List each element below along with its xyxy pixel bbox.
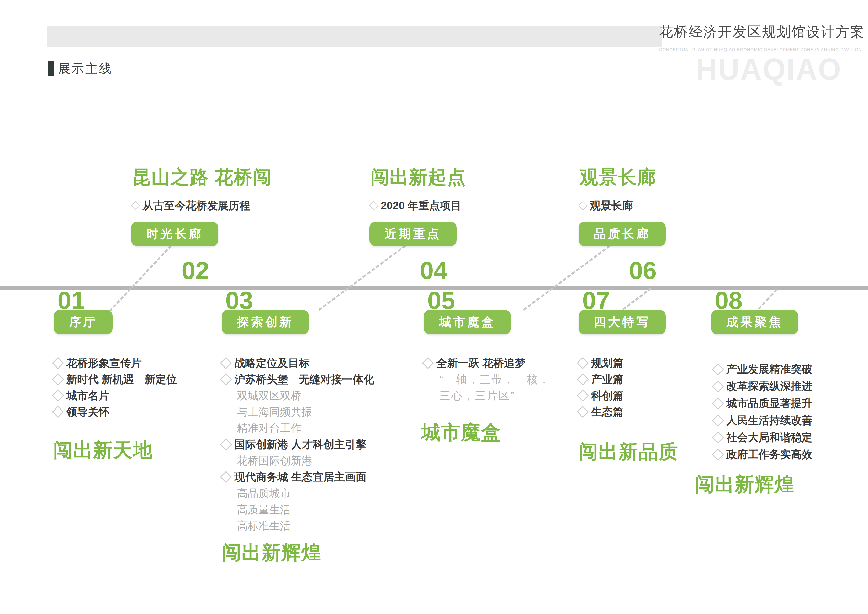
- station-subtitle: 观景长廊: [580, 199, 633, 213]
- list-item: 城市名片: [54, 387, 177, 404]
- station-02: 昆山之路 花桥闯 从古至今花桥发展历程 时光长廊 02: [131, 157, 299, 289]
- station-pill: 序厅: [54, 310, 113, 334]
- station-pill: 近期重点: [369, 222, 457, 246]
- section-marker-bar: [48, 61, 54, 76]
- list-item: 现代商务城 生态宜居主画面: [222, 469, 374, 485]
- diamond-bullet-icon: [712, 432, 724, 443]
- station-list: 规划篇 产业篇 科创篇 生态篇: [578, 355, 623, 420]
- diamond-bullet-icon: [712, 398, 724, 409]
- list-quote-line: 三心，三片区”: [424, 387, 550, 404]
- diamond-bullet-icon: [578, 201, 587, 210]
- station-pill: 品质长廊: [578, 222, 666, 246]
- station-slogan: 城市魔盒: [421, 420, 501, 446]
- station-list: 花桥形象宣传片 新时代 新机遇 新定位 城市名片 领导关怀: [54, 355, 177, 420]
- station-title: 闯出新起点: [370, 165, 466, 190]
- diamond-bullet-icon: [712, 415, 724, 426]
- section-header: 展示主线: [48, 61, 113, 77]
- diamond-bullet-icon: [220, 438, 232, 450]
- slide-canvas: 花桥经济开发区规划馆设计方案 CONCEPTUAL PLAN OF HUAQIA…: [0, 0, 868, 614]
- list-item: 领导关怀: [54, 404, 177, 420]
- section-title: 展示主线: [58, 61, 113, 77]
- list-subitem: 双城双区双桥: [222, 387, 374, 404]
- list-subitem: 与上海同频共振: [222, 404, 374, 420]
- station-04: 闯出新起点 2020 年重点项目 近期重点 04: [369, 157, 537, 289]
- list-item: 政府工作务实高效: [714, 446, 812, 463]
- station-pill: 时光长廊: [131, 222, 218, 246]
- diamond-bullet-icon: [577, 406, 589, 418]
- station-title: 昆山之路 花桥闯: [132, 165, 272, 190]
- station-pill: 城市魔盒: [424, 310, 511, 334]
- station-list: 战略定位及目标 沪苏桥头堡 无缝对接一体化 双城双区双桥 与上海同频共振 精准对…: [222, 355, 374, 534]
- list-item: 生态篇: [578, 404, 623, 420]
- diamond-bullet-icon: [220, 373, 232, 385]
- page-title: 花桥经济开发区规划馆设计方案: [659, 23, 844, 42]
- station-slogan: 闯出新天地: [53, 437, 153, 463]
- station-number: 03: [225, 290, 253, 311]
- station-list: 产业发展精准突破 改革探索纵深推进 城市品质显著提升 人民生活持续改善 社会大局…: [714, 361, 812, 463]
- diamond-bullet-icon: [131, 201, 140, 210]
- list-item: 社会大局和谐稳定: [714, 429, 812, 446]
- diamond-bullet-icon: [712, 363, 724, 375]
- diamond-bullet-icon: [52, 390, 64, 401]
- station-subtitle: 从古至今花桥发展历程: [132, 199, 250, 213]
- station-number: 08: [715, 290, 804, 311]
- list-quote-line: “一轴，三带，一核，: [424, 371, 550, 387]
- list-item: 国际创新港 人才科创主引擎: [222, 436, 374, 452]
- station-06: 观景长廊 观景长廊 品质长廊 06: [578, 157, 747, 289]
- station-slogan: 闯出新辉煌: [222, 540, 321, 566]
- diamond-bullet-icon: [52, 373, 64, 385]
- diamond-bullet-icon: [52, 357, 64, 369]
- station-list: 全新一跃 花桥追梦 “一轴，三带，一核， 三心，三片区”: [424, 355, 550, 404]
- station-slogan: 闯出新辉煌: [695, 471, 795, 498]
- diamond-bullet-icon: [220, 471, 232, 483]
- list-item: 改革探索纵深推进: [714, 378, 812, 395]
- station-subtitle: 2020 年重点项目: [370, 199, 462, 213]
- diamond-bullet-icon: [577, 357, 589, 369]
- huaqiao-logo: HUAQIAO: [696, 51, 842, 87]
- station-pill: 四大特写: [578, 310, 666, 334]
- diamond-bullet-icon: [369, 201, 378, 210]
- header-divider: [659, 45, 843, 45]
- diamond-bullet-icon: [712, 380, 724, 392]
- diamond-bullet-icon: [220, 357, 232, 369]
- top-gray-bar: [47, 26, 662, 47]
- list-subitem: 精准对台工作: [222, 420, 374, 436]
- station-pill: 成果聚焦: [711, 310, 798, 334]
- list-item: 科创篇: [578, 387, 623, 404]
- list-item: 产业发展精准突破: [714, 361, 812, 378]
- station-number: 04: [420, 260, 448, 281]
- list-item: 规划篇: [578, 355, 623, 371]
- station-number: 01: [57, 290, 85, 311]
- header-block: 花桥经济开发区规划馆设计方案 CONCEPTUAL PLAN OF HUAQIA…: [659, 23, 844, 52]
- list-item: 全新一跃 花桥追梦: [424, 355, 550, 371]
- station-pill: 探索创新: [222, 310, 309, 334]
- station-slogan: 闯出新品质: [578, 439, 678, 465]
- list-item: 沪苏桥头堡 无缝对接一体化: [222, 371, 374, 387]
- station-number: 02: [181, 260, 209, 281]
- station-number: 06: [629, 260, 657, 281]
- diamond-bullet-icon: [52, 406, 64, 418]
- diamond-bullet-icon: [422, 357, 434, 369]
- list-item: 城市品质显著提升: [714, 395, 812, 412]
- list-subitem: 高标准生活: [222, 518, 374, 534]
- station-title: 观景长廊: [580, 165, 656, 190]
- list-item: 产业篇: [578, 371, 623, 387]
- list-subitem: 高质量生活: [222, 501, 374, 518]
- list-item: 花桥形象宣传片: [54, 355, 177, 371]
- list-item: 战略定位及目标: [222, 355, 374, 371]
- list-subitem: 高品质城市: [222, 485, 374, 501]
- list-item: 新时代 新机遇 新定位: [54, 371, 177, 387]
- diamond-bullet-icon: [577, 373, 589, 385]
- list-item: 人民生活持续改善: [714, 412, 812, 429]
- diamond-bullet-icon: [712, 449, 724, 460]
- list-subitem: 花桥国际创新港: [222, 452, 374, 469]
- station-number: 07: [582, 290, 699, 311]
- station-number: 05: [428, 290, 455, 311]
- diamond-bullet-icon: [577, 390, 589, 401]
